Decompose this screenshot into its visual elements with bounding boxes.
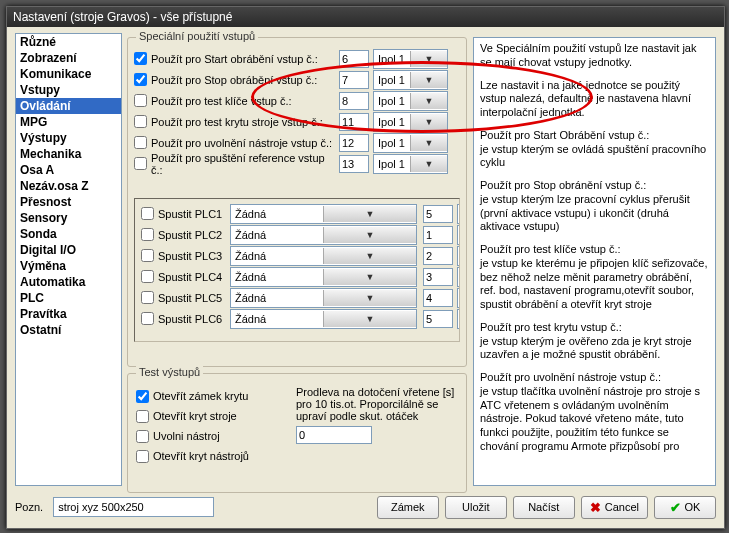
ok-button[interactable]: ✔ OK — [654, 496, 716, 519]
special-num-1[interactable] — [339, 71, 369, 89]
sidebar-item-automatika[interactable]: Automatika — [16, 274, 121, 290]
plc-num-4[interactable] — [423, 289, 453, 307]
sidebar-item-nezáv.osa z[interactable]: Nezáv.osa Z — [16, 178, 121, 194]
test-check-0[interactable] — [136, 390, 149, 403]
plc-unit-5[interactable]: Ipol 1▼ — [457, 309, 460, 329]
plc-check-2[interactable] — [141, 249, 154, 262]
special-row-4: Použít pro uvolnění nástroje vstup č.:Ip… — [128, 132, 466, 153]
sidebar-item-osa a[interactable]: Osa A — [16, 162, 121, 178]
nacist-button[interactable]: Načíst — [513, 496, 575, 519]
sidebar-item-mechanika[interactable]: Mechanika — [16, 146, 121, 162]
sidebar-item-pravítka[interactable]: Pravítka — [16, 306, 121, 322]
special-row-2: Použít pro test klíče vstup č.:Ipol 1▼ — [128, 90, 466, 111]
test-label-2: Uvolni nástroj — [153, 430, 220, 442]
sidebar-item-ostatní[interactable]: Ostatní — [16, 322, 121, 338]
special-num-4[interactable] — [339, 134, 369, 152]
special-label-0: Použít pro Start obrábění vstup č.: — [151, 53, 339, 65]
sidebar-item-mpg[interactable]: MPG — [16, 114, 121, 130]
plc-num-5[interactable] — [423, 310, 453, 328]
plc-opt-3[interactable]: Žádná▼ — [230, 267, 417, 287]
special-check-2[interactable] — [134, 94, 147, 107]
plc-num-0[interactable] — [423, 205, 453, 223]
chevron-down-icon: ▼ — [323, 311, 416, 327]
special-unit-4[interactable]: Ipol 1▼ — [373, 133, 448, 153]
help-p3b: je vstup kterým se ovládá spuštění praco… — [480, 143, 706, 169]
special-unit-2[interactable]: Ipol 1▼ — [373, 91, 448, 111]
plc-check-0[interactable] — [141, 207, 154, 220]
plc-list[interactable]: Spustit PLC1Žádná▼Ipol 1▼Spustit PLC2Žád… — [134, 198, 460, 342]
ok-label: OK — [685, 501, 701, 513]
plc-unit-2[interactable]: Ipol 1▼ — [457, 246, 460, 266]
help-p5b: je vstup ke kterému je připojen klíč seř… — [480, 257, 707, 310]
plc-check-3[interactable] — [141, 270, 154, 283]
special-label-3: Použít pro test krytu stroje vstup č.: — [151, 116, 339, 128]
test-label-0: Otevřít zámek krytu — [153, 390, 248, 402]
sidebar-item-výstupy[interactable]: Výstupy — [16, 130, 121, 146]
ulozit-button[interactable]: Uložit — [445, 496, 507, 519]
special-unit-0[interactable]: Ipol 1▼ — [373, 49, 448, 69]
special-check-3[interactable] — [134, 115, 147, 128]
special-unit-5[interactable]: Ipol 1▼ — [373, 154, 448, 174]
sidebar-item-plc[interactable]: PLC — [16, 290, 121, 306]
plc-opt-1[interactable]: Žádná▼ — [230, 225, 417, 245]
plc-check-5[interactable] — [141, 312, 154, 325]
special-num-3[interactable] — [339, 113, 369, 131]
sidebar-item-výměna[interactable]: Výměna — [16, 258, 121, 274]
pozn-input[interactable] — [53, 497, 214, 517]
special-num-0[interactable] — [339, 50, 369, 68]
main-panel: Speciální použití vstupů Použít pro Star… — [127, 33, 716, 486]
settings-window: Nastavení (stroje Gravos) - vše přístupn… — [6, 6, 725, 529]
plc-unit-0[interactable]: Ipol 1▼ — [457, 204, 460, 224]
special-check-0[interactable] — [134, 52, 147, 65]
help-p3t: Použít pro Start Obrábění vstup č.: — [480, 129, 649, 141]
chevron-down-icon: ▼ — [323, 227, 416, 243]
sidebar-item-sensory[interactable]: Sensory — [16, 210, 121, 226]
sidebar-item-sonda[interactable]: Sonda — [16, 226, 121, 242]
special-check-1[interactable] — [134, 73, 147, 86]
special-unit-3[interactable]: Ipol 1▼ — [373, 112, 448, 132]
help-p7t: Použít pro uvolnění nástroje vstup č.: — [480, 371, 661, 383]
plc-check-1[interactable] — [141, 228, 154, 241]
plc-opt-0[interactable]: Žádná▼ — [230, 204, 417, 224]
sidebar-item-přesnost[interactable]: Přesnost — [16, 194, 121, 210]
zamek-button[interactable]: Zámek — [377, 496, 439, 519]
plc-unit-3[interactable]: Ipol 1▼ — [457, 267, 460, 287]
plc-num-2[interactable] — [423, 247, 453, 265]
special-unit-1[interactable]: Ipol 1▼ — [373, 70, 448, 90]
test-check-2[interactable] — [136, 430, 149, 443]
special-check-4[interactable] — [134, 136, 147, 149]
test-check-3[interactable] — [136, 450, 149, 463]
test-row-3: Otevřít kryt nástrojů — [136, 446, 296, 466]
plc-opt-2[interactable]: Žádná▼ — [230, 246, 417, 266]
chevron-down-icon: ▼ — [323, 248, 416, 264]
sidebar-item-ovládání[interactable]: Ovládání — [16, 98, 121, 114]
plc-opt-4[interactable]: Žádná▼ — [230, 288, 417, 308]
sidebar[interactable]: RůznéZobrazeníKomunikaceVstupyOvládáníMP… — [15, 33, 122, 486]
chevron-down-icon: ▼ — [410, 114, 447, 130]
plc-unit-4[interactable]: Ipol 1▼ — [457, 288, 460, 308]
plc-num-3[interactable] — [423, 268, 453, 286]
cancel-button[interactable]: ✖ Cancel — [581, 496, 648, 519]
plc-opt-5[interactable]: Žádná▼ — [230, 309, 417, 329]
bottom-bar: Pozn. Zámek Uložit Načíst ✖ Cancel ✔ OK — [15, 492, 716, 522]
plc-check-4[interactable] — [141, 291, 154, 304]
test-row-0: Otevřít zámek krytu — [136, 386, 296, 406]
special-num-5[interactable] — [339, 155, 369, 173]
test-check-1[interactable] — [136, 410, 149, 423]
cancel-label: Cancel — [605, 501, 639, 513]
window-content: RůznéZobrazeníKomunikaceVstupyOvládáníMP… — [7, 27, 724, 528]
help-p7b: je vstup tlačítka uvolnění nástroje pro … — [480, 385, 700, 452]
plc-num-1[interactable] — [423, 226, 453, 244]
chevron-down-icon: ▼ — [323, 290, 416, 306]
plc-unit-1[interactable]: Ipol 1▼ — [457, 225, 460, 245]
sidebar-item-komunikace[interactable]: Komunikace — [16, 66, 121, 82]
special-num-2[interactable] — [339, 92, 369, 110]
sidebar-item-různé[interactable]: Různé — [16, 34, 121, 50]
sidebar-item-vstupy[interactable]: Vstupy — [16, 82, 121, 98]
sidebar-item-zobrazení[interactable]: Zobrazení — [16, 50, 121, 66]
sidebar-item-digital i/o[interactable]: Digital I/O — [16, 242, 121, 258]
special-check-5[interactable] — [134, 157, 147, 170]
group-special-title: Speciální použití vstupů — [136, 30, 258, 42]
help-panel[interactable]: Ve Speciálním použití vstupů lze nastavi… — [473, 37, 716, 486]
delay-input[interactable] — [296, 426, 372, 444]
